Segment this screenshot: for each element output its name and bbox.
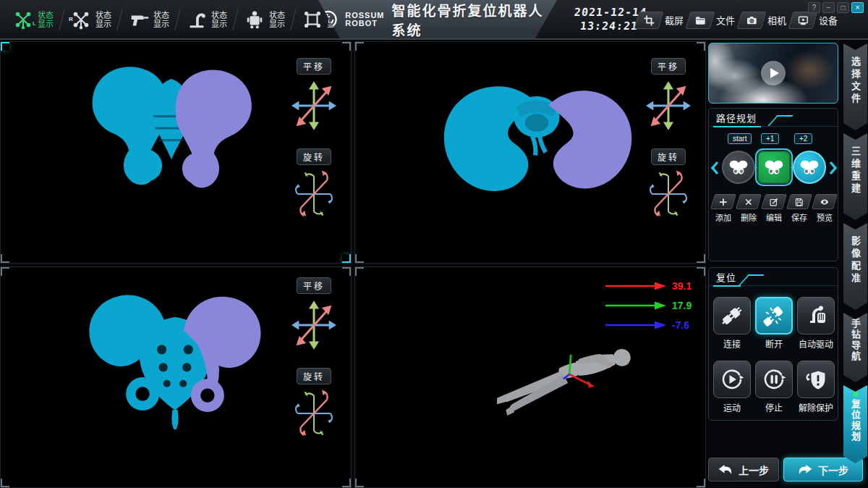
robot-arm-icon [186, 9, 208, 30]
step-chip-plus2[interactable]: +2 [794, 133, 812, 144]
edit-icon [761, 194, 787, 209]
step-node-plus2[interactable] [793, 151, 826, 184]
auto-drive-button[interactable]: 自动驱动 [797, 297, 835, 350]
tab-select-file[interactable]: 选择文件 [843, 43, 867, 130]
step-chip-plus1[interactable]: +1 [761, 133, 779, 144]
path-planning-panel: 路径规划 start +1 +2 [708, 108, 838, 261]
title-banner: ROSSUM ROBOT 智能化骨折复位机器人系统 [318, 0, 557, 38]
corner-accent [697, 254, 705, 263]
rotate-label[interactable]: 旋转 [297, 148, 331, 165]
status-label: 状态 [38, 11, 54, 20]
workflow-tab-rail: 选择文件 三维重建 影像配准 手钻导航 复位规划 [843, 41, 868, 488]
corner-accent [342, 479, 351, 487]
status-label: 状态 [153, 11, 169, 20]
file-button[interactable]: 文件 [688, 12, 735, 29]
rotate-label[interactable]: 旋转 [297, 368, 331, 384]
carousel-next-icon[interactable] [829, 161, 838, 175]
rotate-axes-icon[interactable] [292, 169, 336, 217]
tab-drill-navigation[interactable]: 手钻导航 [843, 313, 867, 382]
app-title: 智能化骨折复位机器人系统 [391, 0, 557, 39]
motion-play-icon [713, 361, 751, 398]
status-item-robot-arm[interactable]: 状态显示 [179, 9, 234, 30]
corner-accent [1, 479, 9, 487]
translate-axes-icon[interactable] [292, 79, 336, 132]
viewport-controls: 平移 旋转 [289, 277, 339, 437]
step-node-plus1-selected[interactable] [757, 151, 791, 184]
status-item-tracker-left[interactable]: L 状态显示 [6, 9, 60, 30]
corner-accent [342, 42, 351, 51]
carousel-prev-icon[interactable] [710, 161, 719, 175]
edit-button[interactable]: 编辑 [763, 194, 785, 223]
reduction-title: 复位 [713, 270, 741, 287]
status-item-robot-cart[interactable]: 状态显示 [237, 9, 292, 30]
rotate-label[interactable]: 旋转 [651, 148, 686, 165]
rotate-axes-icon[interactable] [647, 169, 690, 217]
translate-axes-icon[interactable] [646, 79, 691, 132]
close-button[interactable]: × [851, 2, 864, 13]
corner-accent [355, 479, 364, 487]
status-label: 状态 [211, 11, 227, 20]
robot-cart-icon [244, 9, 265, 30]
delete-button[interactable]: 删除 [738, 194, 760, 223]
status-item-drill[interactable]: 状态显示 [122, 9, 176, 30]
rotate-axes-icon[interactable] [292, 389, 336, 437]
tab-reduction-planning[interactable]: 复位规划 [843, 385, 867, 463]
release-protection-button[interactable]: 解除保护 [797, 361, 835, 413]
z-axis-value: -7.6 [672, 319, 698, 331]
translate-axes-icon[interactable] [292, 298, 336, 352]
forward-arrow-icon [798, 464, 812, 475]
play-icon[interactable] [761, 61, 786, 85]
surgery-video-thumbnail[interactable] [708, 43, 838, 104]
tab-image-registration[interactable]: 影像配准 [843, 223, 867, 310]
corner-accent [1, 42, 9, 51]
camera-button[interactable]: 相机 [739, 12, 786, 29]
preview-button[interactable]: 预览 [814, 194, 835, 223]
viewport-pelvis-anterior[interactable]: 平移 旋转 [0, 41, 352, 264]
auto-drive-icon [797, 297, 835, 335]
connect-button[interactable]: 连接 [713, 297, 751, 350]
y-axis-value: 17.9 [672, 300, 698, 311]
axis-readout: 39.1 17.9 -7.6 [604, 280, 698, 331]
pelvis-3d-model-inlet[interactable] [427, 64, 642, 211]
x-axis-arrow-icon [604, 282, 666, 290]
translate-label[interactable]: 平移 [651, 58, 686, 75]
disconnect-button[interactable]: 断开 [755, 297, 793, 350]
pelvis-3d-model-anterior[interactable] [82, 55, 261, 197]
viewport-pelvis-posterior[interactable]: 平移 旋转 [0, 266, 352, 488]
status-item-tracker-right[interactable]: R 状态显示 [64, 9, 118, 30]
drill-icon [128, 9, 150, 30]
screenshot-button[interactable]: 截屏 [637, 12, 684, 29]
path-planning-header: 路径规划 [709, 109, 838, 127]
translate-label[interactable]: 平移 [297, 277, 331, 294]
viewport-pelvis-inlet[interactable]: 平移 旋转 [354, 41, 706, 264]
add-button[interactable]: 添加 [712, 194, 734, 223]
pelvis-3d-model-posterior[interactable] [72, 282, 278, 429]
stop-button[interactable]: 停止 [755, 361, 793, 413]
top-bar: L 状态显示 R 状态显示 状态显示 状态显示 [0, 0, 868, 40]
help-button[interactable]: ? [808, 2, 820, 13]
preview-icon [812, 194, 838, 209]
corner-accent [697, 267, 705, 276]
maximize-button[interactable]: □ [837, 2, 849, 13]
device-button[interactable]: 设备 [791, 12, 838, 29]
save-button[interactable]: 保存 [788, 194, 810, 223]
patient-body-3d-model[interactable] [480, 328, 652, 418]
step-chip-start[interactable]: start [728, 133, 752, 144]
app-window: L 状态显示 R 状态显示 状态显示 状态显示 [0, 0, 868, 488]
motion-button[interactable]: 运动 [713, 361, 751, 413]
corner-accent [697, 42, 705, 51]
x-axis-value: 39.1 [672, 280, 698, 292]
corner-accent [697, 479, 705, 487]
previous-step-button[interactable]: 上一步 [708, 458, 779, 481]
delete-icon [736, 194, 762, 209]
minimize-button[interactable]: − [822, 2, 835, 13]
path-planning-title: 路径规划 [713, 111, 761, 127]
axis-readout-row-x: 39.1 [604, 280, 698, 292]
translate-label[interactable]: 平移 [297, 58, 331, 75]
viewport-patient-body[interactable]: 39.1 17.9 -7.6 [354, 266, 706, 488]
step-node-start[interactable] [722, 151, 755, 184]
corner-accent [342, 267, 351, 276]
tab-3d-reconstruction[interactable]: 三维重建 [843, 133, 867, 220]
viewport-controls: 平移 旋转 [643, 58, 694, 217]
plug-disconnect-icon [755, 297, 793, 335]
